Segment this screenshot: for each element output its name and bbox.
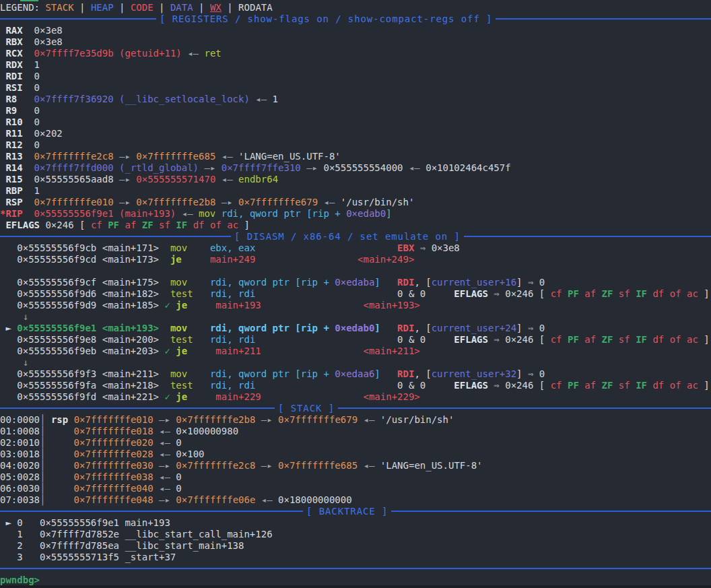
text-segment: RBX (5, 36, 22, 47)
text-segment: ac (227, 220, 238, 230)
text-segment: ] (516, 323, 522, 333)
text-segment (45, 471, 73, 482)
text-segment (17, 94, 34, 104)
text-segment: PF (568, 380, 579, 391)
text-segment: main+211 (215, 346, 261, 356)
text-segment (613, 380, 618, 391)
text-segment: PF (568, 288, 579, 299)
text-segment (187, 391, 215, 402)
text-segment: 0×7fffffffe040 (74, 483, 154, 494)
terminal-line: RDI 0 (0, 71, 711, 82)
text-segment: ZF (142, 220, 154, 230)
disasm-panel: 0×55555556f9cb <main+171> mov ebx, eax E… (0, 242, 711, 403)
terminal-line: 0×55555556f9cd <main+173> je main+249 <m… (0, 254, 711, 265)
text-segment: ◂— (255, 494, 278, 505)
text-segment (23, 48, 34, 59)
text-segment: test (170, 334, 193, 345)
text-segment: je (176, 300, 187, 311)
text-segment: 0×7fffffffe010 (74, 414, 154, 425)
text-segment: 0×7fffffffe030 (74, 460, 154, 471)
text-segment: mov (170, 323, 187, 333)
text-segment: 0 (176, 483, 181, 494)
text-segment (187, 323, 210, 333)
text-segment: , [ (414, 277, 431, 288)
terminal-line: 0×55555556f9fa <main+218> test rdi, rdi … (0, 380, 711, 391)
text-segment: cf (551, 380, 562, 391)
text-segment: rdi, rdi (210, 334, 255, 345)
text-segment: 0×7fffffffe028 (74, 449, 154, 459)
text-segment: of (670, 380, 681, 391)
text-segment: —▸ (114, 174, 137, 185)
text-segment: 0×202 (23, 128, 63, 139)
text-segment: , [ (414, 323, 431, 333)
text-segment: | (74, 2, 91, 13)
text-segment: | (193, 2, 210, 13)
text-segment: <main+229> (363, 391, 419, 402)
text-segment: —▸ (114, 197, 137, 207)
text-segment: <main+249> (358, 254, 414, 265)
text-segment: 0×246 [ (505, 334, 550, 345)
section-header-registers: [ REGISTERS / show-flags on / show-compa… (0, 13, 711, 25)
terminal-line: R10 0 (0, 117, 711, 128)
text-segment: DATA (170, 2, 193, 13)
text-segment: 0×7fffffffe2b8 (176, 414, 255, 425)
terminal-line: 1 0×7ffff7d7852e __libc_start_call_main+… (0, 529, 711, 540)
text-segment: 0 (539, 323, 545, 333)
text-segment (45, 483, 73, 494)
text-segment: RCX (5, 48, 22, 59)
text-segment: 0×10102464c457f (426, 162, 510, 173)
text-segment: 0 & 0 (397, 380, 454, 391)
text-segment: R9 (5, 105, 17, 116)
text-segment: 0×7ffff7ffe310 (222, 162, 301, 173)
text-segment: PF (108, 220, 119, 230)
text-segment: 01:0008 (0, 426, 40, 436)
terminal-content: LEGEND: STACK | HEAP | CODE | DATA | WX … (0, 0, 711, 586)
text-segment: 1 (273, 94, 278, 104)
text-segment: 0×7fffffffe06e (176, 494, 255, 505)
text-segment (664, 334, 669, 345)
text-segment (45, 426, 73, 436)
text-segment (261, 300, 364, 311)
text-segment: 0×7ffff7e35d9b (getuid+11) (34, 48, 182, 59)
section-divider-line (0, 407, 711, 409)
text-segment: —▸ (154, 460, 176, 471)
text-segment (681, 288, 687, 299)
text-segment: main+193 (215, 300, 261, 311)
text-segment (562, 334, 568, 345)
stack-header-label: [ STACK ] (275, 403, 338, 414)
text-segment: 0×7fffffffe685 (136, 151, 215, 162)
text-segment: ◂— (154, 471, 176, 482)
text-segment (187, 300, 215, 311)
text-segment (45, 414, 50, 425)
text-segment: 04:0020 (0, 460, 40, 471)
text-segment: ] (386, 208, 391, 219)
text-segment: <main+193> (363, 300, 419, 311)
text-segment (23, 197, 34, 207)
prompt-line[interactable]: pwndbg> (0, 575, 711, 586)
terminal-line: RBX 0×3e8 (0, 36, 711, 48)
text-segment: 0 & 0 (397, 334, 454, 345)
text-segment: STACK (45, 2, 73, 13)
text-segment: sf (619, 334, 630, 345)
registers-panel: RAX 0×3e8 RBX 0×3e8 RCX 0×7ffff7e35d9b (… (0, 25, 711, 231)
text-segment: df (193, 220, 205, 230)
text-segment (23, 208, 34, 219)
terminal-line: R14 0×7ffff7ffd000 (_rtld_global) —▸ 0×7… (0, 162, 711, 174)
text-segment: 0×7fffffffe038 (74, 471, 154, 482)
text-segment: EFLAGS (454, 380, 488, 391)
text-segment: ◂— (154, 426, 176, 436)
text-segment: —▸ (154, 414, 176, 425)
text-segment: of (210, 220, 222, 230)
text-segment: '/usr/bin/sh' (341, 197, 415, 207)
text-segment (23, 174, 34, 185)
text-segment: je (176, 346, 187, 356)
text-segment: ◂— (176, 208, 199, 219)
text-segment: 0×3e8 (23, 36, 63, 47)
text-segment: ✓ (164, 391, 170, 402)
text-segment: 0×55555565aad8 (34, 174, 114, 185)
text-segment: ◂— (318, 197, 341, 207)
terminal-line: 0×55555556f9f3 <main+211> mov rdi, qword… (0, 368, 711, 380)
terminal-line: RBP 1 (0, 185, 711, 197)
terminal-line: 00:0000│ rsp 0×7fffffffe010 —▸ 0×7ffffff… (0, 414, 711, 426)
text-segment: test (170, 288, 193, 299)
